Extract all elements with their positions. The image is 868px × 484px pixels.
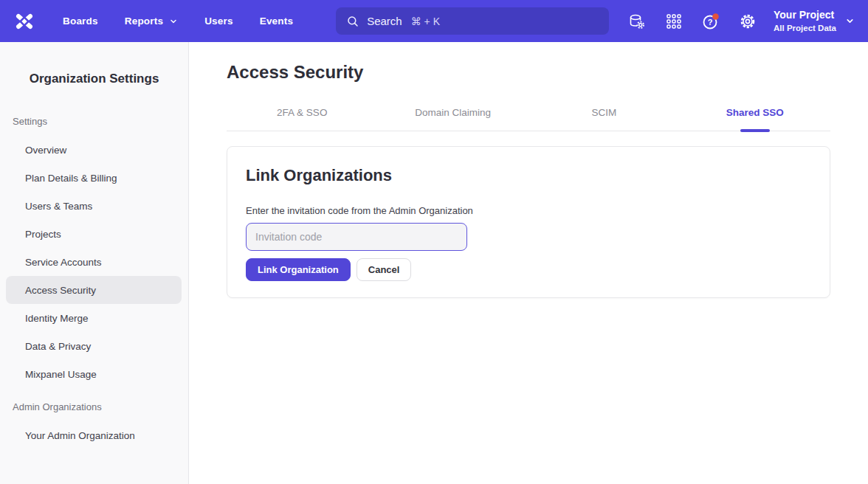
invitation-code-label: Enter the invitation code from the Admin… xyxy=(246,205,812,216)
chevron-down-icon xyxy=(169,17,178,26)
nav-link-events-label: Events xyxy=(260,15,293,27)
sidebar-item-mixpanel-usage[interactable]: Mixpanel Usage xyxy=(0,360,188,388)
nav-link-users-label: Users xyxy=(204,15,233,27)
nav-link-events[interactable]: Events xyxy=(260,15,293,27)
search-input[interactable]: Search ⌘ + K xyxy=(336,7,609,35)
project-texts: Your Project All Project Data xyxy=(774,9,836,33)
search-shortcut: ⌘ + K xyxy=(411,15,440,27)
nav-link-users[interactable]: Users xyxy=(204,15,233,27)
project-name: Your Project xyxy=(774,9,836,22)
search-label: Search xyxy=(367,15,402,27)
tab-bar: 2FA & SSO Domain Claiming SCIM Shared SS… xyxy=(227,107,830,131)
card-title: Link Organizations xyxy=(246,166,812,185)
link-organization-button[interactable]: Link Organization xyxy=(246,258,351,281)
sidebar-item-service-accounts[interactable]: Service Accounts xyxy=(0,248,188,276)
sidebar-item-identity-merge[interactable]: Identity Merge xyxy=(0,304,188,332)
notification-dot xyxy=(712,13,719,20)
project-switcher[interactable]: Your Project All Project Data xyxy=(774,9,855,33)
nav-link-boards-label: Boards xyxy=(63,15,98,27)
cancel-button[interactable]: Cancel xyxy=(356,258,412,281)
sidebar-section-admin-organizations: Admin Organizations xyxy=(13,401,188,412)
link-organizations-card: Link Organizations Enter the invitation … xyxy=(227,146,830,298)
page-body: Organization Settings Settings Overview … xyxy=(0,42,868,484)
help-button[interactable]: ? xyxy=(701,12,720,31)
top-nav: Boards Reports Users Events Search ⌘ + K xyxy=(0,0,868,42)
sidebar-item-plan-details-billing[interactable]: Plan Details & Billing xyxy=(0,164,188,192)
sidebar-item-data-privacy[interactable]: Data & Privacy xyxy=(0,332,188,360)
page-title: Access Security xyxy=(227,62,830,83)
mixpanel-logo-icon xyxy=(14,11,35,32)
org-settings-sidebar: Organization Settings Settings Overview … xyxy=(0,42,189,484)
nav-links: Boards Reports Users Events xyxy=(63,15,320,27)
nav-right: ? Your Project All Project Data xyxy=(610,9,855,33)
nav-link-reports[interactable]: Reports xyxy=(125,15,178,27)
svg-text:?: ? xyxy=(708,18,713,27)
data-management-button[interactable] xyxy=(627,12,647,31)
sidebar-item-users-teams[interactable]: Users & Teams xyxy=(0,192,188,220)
button-row: Link Organization Cancel xyxy=(246,258,812,281)
database-gear-icon xyxy=(628,13,646,30)
gear-icon xyxy=(739,13,757,30)
sidebar-item-overview[interactable]: Overview xyxy=(0,136,188,164)
sidebar-title: Organization Settings xyxy=(0,72,188,86)
sidebar-item-access-security[interactable]: Access Security xyxy=(6,276,182,304)
invitation-code-input[interactable] xyxy=(246,223,467,251)
nav-link-reports-label: Reports xyxy=(125,15,163,27)
chevron-down-icon xyxy=(845,16,855,26)
main-content: Access Security 2FA & SSO Domain Claimin… xyxy=(189,42,868,484)
help-icon: ? xyxy=(701,12,720,31)
search-icon xyxy=(346,15,359,28)
tab-2fa-sso[interactable]: 2FA & SSO xyxy=(227,107,378,131)
tab-scim[interactable]: SCIM xyxy=(528,107,680,131)
apps-grid-icon xyxy=(666,13,682,30)
sidebar-item-your-admin-organization[interactable]: Your Admin Organization xyxy=(0,421,188,449)
tab-shared-sso[interactable]: Shared SSO xyxy=(680,107,831,131)
apps-grid-button[interactable] xyxy=(664,12,683,31)
mixpanel-logo[interactable] xyxy=(13,10,35,32)
settings-button[interactable] xyxy=(738,12,757,31)
nav-link-boards[interactable]: Boards xyxy=(63,15,98,27)
project-subtitle: All Project Data xyxy=(774,23,836,33)
sidebar-item-projects[interactable]: Projects xyxy=(0,220,188,248)
sidebar-section-settings: Settings xyxy=(13,116,188,127)
tab-domain-claiming[interactable]: Domain Claiming xyxy=(378,107,529,131)
